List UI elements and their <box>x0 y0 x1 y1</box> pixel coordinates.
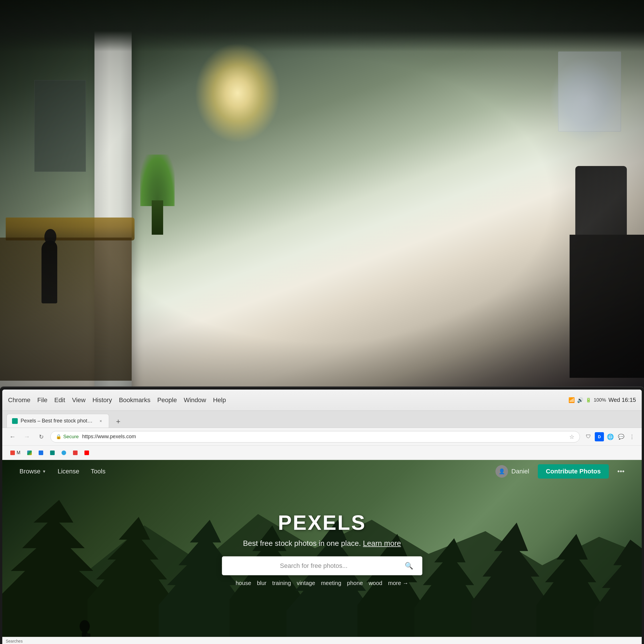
search-tags: house blur training vintage meeting phon… <box>66 580 578 586</box>
menu-window[interactable]: Window <box>184 396 206 404</box>
menu-history[interactable]: History <box>92 396 112 404</box>
status-bar: Searches <box>2 637 642 644</box>
forward-button[interactable]: → <box>22 432 32 442</box>
telegram-favicon <box>62 451 66 455</box>
bookmark-star-icon[interactable]: ☆ <box>569 433 574 440</box>
menu-file[interactable]: File <box>37 396 47 404</box>
search-input[interactable]: Search for free photos... <box>229 562 399 570</box>
tab-close-button[interactable]: × <box>98 418 104 424</box>
wifi-icon: 📶 <box>568 397 575 403</box>
address-bar[interactable]: 🔒 Secure https://www.pexels.com ☆ <box>50 431 580 442</box>
site-navigation: Browse ▼ License Tools 👤 Daniel <box>2 460 642 483</box>
tools-nav-link[interactable]: Tools <box>91 468 105 475</box>
tag-wood[interactable]: wood <box>369 580 382 586</box>
toolbar-icons: 🛡 D 🌐 💬 ⋮ <box>584 432 637 441</box>
browse-label: Browse <box>19 468 40 475</box>
back-button[interactable]: ← <box>7 432 18 442</box>
search-container: Search for free photos... 🔍 <box>222 556 422 575</box>
monitor-bezel: Chrome File Edit View History Bookmarks … <box>0 386 644 644</box>
hero-text-container: PEXELS Best free stock photos in one pla… <box>66 511 578 586</box>
screen: Chrome File Edit View History Bookmarks … <box>2 390 642 644</box>
menu-bookmarks[interactable]: Bookmarks <box>119 396 150 404</box>
office-background <box>0 0 644 401</box>
bookmark-gmail[interactable]: M <box>7 449 23 457</box>
browse-nav-link[interactable]: Browse ▼ <box>19 468 46 475</box>
active-tab[interactable]: Pexels – Best free stock photos in one p… <box>7 414 109 428</box>
yt-favicon <box>84 451 89 455</box>
website-content: Browse ▼ License Tools 👤 Daniel <box>2 460 642 644</box>
gmail-favicon <box>10 451 15 455</box>
tag-vintage[interactable]: vintage <box>297 580 315 586</box>
tab-favicon <box>12 418 18 424</box>
dropbox-icon[interactable]: D <box>595 432 604 441</box>
bookmark-telegram[interactable] <box>59 449 69 457</box>
user-avatar[interactable]: 👤 <box>495 465 508 478</box>
hero-subtitle: Best free stock photos in one place. Lea… <box>66 539 578 548</box>
meet-favicon <box>50 451 55 455</box>
user-name: Daniel <box>511 468 529 475</box>
nav-left: Browse ▼ License Tools <box>19 468 105 475</box>
menu-chrome[interactable]: Chrome <box>8 396 30 404</box>
battery-percent: 100% <box>594 397 606 403</box>
url-display: https://www.pexels.com <box>82 434 136 440</box>
tab-title: Pexels – Best free stock photos in one p… <box>21 418 95 424</box>
search-bar[interactable]: Search for free photos... 🔍 <box>222 556 422 575</box>
nav-right: 👤 Daniel Contribute Photos ••• <box>495 464 625 479</box>
menu-people[interactable]: People <box>157 396 177 404</box>
tag-phone[interactable]: phone <box>347 580 363 586</box>
hero-section: Browse ▼ License Tools 👤 Daniel <box>2 460 642 644</box>
tag-blur[interactable]: blur <box>257 580 266 586</box>
vignette <box>0 0 644 401</box>
secure-badge: 🔒 Secure <box>56 434 79 440</box>
browse-arrow-icon: ▼ <box>42 469 46 474</box>
bookmark-pdf[interactable] <box>70 449 80 457</box>
tab-bar: Pexels – Best free stock photos in one p… <box>2 411 642 428</box>
tag-meeting[interactable]: meeting <box>321 580 341 586</box>
bookmarks-bar: M <box>2 446 642 460</box>
contribute-photos-button[interactable]: Contribute Photos <box>538 464 609 479</box>
site-logo: PEXELS <box>66 511 578 534</box>
battery-icon: 🔋 <box>586 397 591 403</box>
chrome-menu: Chrome File Edit View History Bookmarks … <box>8 396 226 404</box>
more-menu-icon[interactable]: ••• <box>617 467 625 475</box>
extension-more[interactable]: ⋮ <box>627 432 637 441</box>
menu-view[interactable]: View <box>72 396 86 404</box>
pdf-favicon <box>73 451 78 455</box>
search-icon[interactable]: 🔍 <box>403 560 415 572</box>
status-text: Searches <box>6 639 23 643</box>
chrome-menubar: Chrome File Edit View History Bookmarks … <box>2 390 642 411</box>
bookmark-gmail-label: M <box>17 450 20 455</box>
user-section: 👤 Daniel <box>495 465 529 478</box>
monitor-wrapper: Chrome File Edit View History Bookmarks … <box>0 386 644 644</box>
bookmark-calendar[interactable] <box>36 449 46 457</box>
menu-help[interactable]: Help <box>213 396 226 404</box>
gdrive-favicon <box>27 451 32 455</box>
shield-icon: 🛡 <box>584 432 593 441</box>
new-tab-button[interactable]: + <box>112 415 125 428</box>
menu-edit[interactable]: Edit <box>54 396 65 404</box>
clock-display: Wed 16:15 <box>609 397 636 403</box>
svg-point-0 <box>80 620 90 633</box>
tag-more[interactable]: more → <box>388 580 408 586</box>
bookmark-youtube[interactable] <box>82 449 92 457</box>
tag-training[interactable]: training <box>272 580 291 586</box>
cal-favicon <box>39 451 43 455</box>
skype-icon[interactable]: 💬 <box>617 432 626 441</box>
lock-icon: 🔒 <box>56 434 62 439</box>
secure-label: Secure <box>63 434 79 440</box>
license-nav-link[interactable]: License <box>58 468 79 475</box>
bookmark-gdrive[interactable] <box>24 449 35 457</box>
volume-icon: 🔊 <box>577 397 583 403</box>
reload-button[interactable]: ↻ <box>36 432 46 442</box>
system-icons: 📶 🔊 🔋 100% Wed 16:15 <box>568 397 636 403</box>
bookmark-meet[interactable] <box>47 449 58 457</box>
address-bar-row: ← → ↻ 🔒 Secure https://www.pexels.com ☆ … <box>2 428 642 446</box>
chrome-icon[interactable]: 🌐 <box>606 432 615 441</box>
hero-subtitle-text: Best free stock photos in one place. <box>243 539 363 548</box>
tag-house[interactable]: house <box>236 580 251 586</box>
learn-more-inline[interactable]: Learn more <box>363 539 401 548</box>
